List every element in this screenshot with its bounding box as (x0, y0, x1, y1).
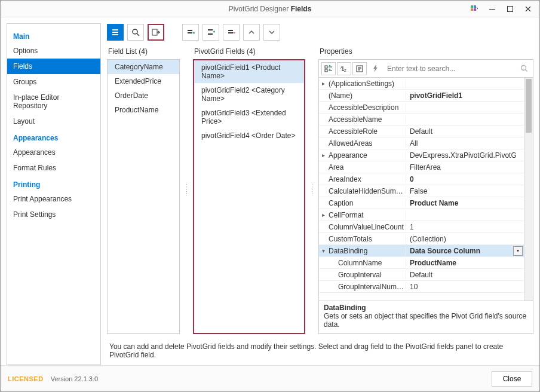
sidebar-item[interactable]: Appearances (7, 145, 100, 160)
property-value[interactable]: Data Source Column (406, 247, 513, 255)
svg-text:Z: Z (344, 69, 346, 72)
close-window-button[interactable] (519, 2, 537, 16)
insert-field-button[interactable] (202, 24, 219, 41)
property-row[interactable]: CaptionProduct Name (319, 197, 524, 209)
grid-menu-icon[interactable] (465, 2, 483, 16)
property-value[interactable]: FilterArea (406, 163, 524, 172)
property-desc-title: DataBinding (324, 304, 528, 312)
property-name: Area (327, 163, 406, 172)
events-button[interactable] (368, 62, 382, 75)
add-field-button[interactable] (182, 24, 199, 41)
property-value[interactable]: 10 (406, 283, 524, 291)
expand-icon[interactable]: ▸ (319, 80, 327, 87)
property-value[interactable]: 1 (406, 223, 524, 231)
categorized-button[interactable] (321, 62, 336, 75)
property-grid[interactable]: ▸(ApplicationSettings)(Name)pivotGridFie… (319, 78, 524, 301)
list-item[interactable]: pivotGridField3 <Extended Price> (194, 106, 304, 128)
property-row[interactable]: CustomTotals(Collection) (319, 233, 524, 245)
dropdown-icon[interactable]: ▾ (513, 246, 523, 256)
sidebar-item[interactable]: Fields (7, 59, 100, 74)
move-up-button[interactable] (243, 24, 260, 41)
expand-icon[interactable]: ▸ (319, 212, 327, 218)
close-button[interactable]: Close (492, 371, 532, 387)
property-row[interactable]: AccessibleRoleDefault (319, 125, 524, 137)
property-row[interactable]: (Name)pivotGridField1 (319, 90, 524, 102)
property-desc-text: Gets or sets an object that specifies th… (324, 312, 528, 329)
property-name: AllowedAreas (327, 139, 406, 148)
property-row[interactable]: GroupIntervalNumericRa10 (319, 281, 524, 293)
property-row[interactable]: ▸(ApplicationSettings) (319, 78, 524, 90)
property-value[interactable]: ProductName (406, 259, 524, 267)
pivot-fields-list[interactable]: pivotGridField1 <Product Name>pivotGridF… (193, 59, 305, 334)
sidebar-item[interactable]: Print Appearances (7, 191, 100, 207)
property-value[interactable]: 0 (406, 175, 524, 183)
expand-icon[interactable]: ▾ (319, 247, 327, 254)
property-row[interactable]: CalculateHiddenSummariesFalse (319, 185, 524, 197)
property-row[interactable]: ColumnNameProductName (319, 257, 524, 269)
hint-text: You can add and delete PivotGrid fields … (107, 334, 533, 365)
retrieve-fields-button[interactable] (148, 24, 164, 41)
property-name: AccessibleDescription (327, 103, 406, 112)
search-button[interactable] (127, 24, 144, 41)
field-list-label: Field List (4) (107, 45, 180, 59)
field-list[interactable]: CategoryNameExtendedPriceOrderDateProduc… (107, 59, 180, 334)
sidebar-item[interactable]: Print Settings (7, 207, 100, 222)
list-item[interactable]: CategoryName (108, 60, 179, 74)
property-name: ColumnValueLineCount (327, 223, 406, 231)
view-list-button[interactable] (107, 24, 124, 41)
move-down-button[interactable] (263, 24, 280, 41)
list-item[interactable]: ExtendedPrice (108, 74, 179, 88)
list-item[interactable]: OrderDate (108, 88, 179, 103)
window-title-prefix: PivotGrid Designer (229, 5, 291, 13)
svg-rect-14 (208, 33, 213, 35)
property-name: GroupInterval (327, 271, 406, 279)
scrollbar-thumb[interactable] (526, 79, 532, 133)
sidebar-item[interactable]: Format Rules (7, 160, 100, 176)
alphabetical-button[interactable]: AZ (337, 62, 351, 75)
sidebar: MainOptionsFieldsGroupsIn-place Editor R… (7, 23, 101, 365)
property-row[interactable]: ▸CellFormat (319, 209, 524, 221)
property-row[interactable]: AccessibleDescription (319, 102, 524, 114)
property-value[interactable]: (Collection) (406, 235, 524, 243)
property-row[interactable]: ▾DataBindingData Source Column▾ (319, 245, 524, 257)
property-value[interactable]: All (406, 139, 524, 148)
property-row[interactable]: ▸AppearanceDevExpress.XtraPivotGrid.Pivo… (319, 149, 524, 161)
property-value[interactable]: False (406, 187, 524, 195)
property-value[interactable]: Default (406, 127, 524, 136)
property-scrollbar[interactable] (524, 78, 533, 301)
property-value[interactable]: Default (406, 271, 524, 279)
sidebar-item[interactable]: In-place Editor Repository (7, 90, 100, 114)
list-item[interactable]: ProductName (108, 103, 179, 117)
sidebar-item[interactable]: Groups (7, 74, 100, 90)
svg-rect-3 (474, 8, 476, 11)
sidebar-item[interactable]: Layout (7, 114, 100, 129)
sidebar-item[interactable]: Options (7, 43, 100, 59)
property-page-button[interactable] (352, 62, 367, 75)
property-row[interactable]: AllowedAreasAll (319, 137, 524, 149)
splitter-2[interactable] (310, 45, 314, 334)
svg-rect-7 (112, 32, 118, 33)
property-row[interactable]: AccessibleName (319, 114, 524, 125)
list-item[interactable]: pivotGridField2 <Category Name> (194, 83, 304, 106)
property-row[interactable]: GroupIntervalDefault (319, 269, 524, 281)
expand-icon[interactable]: ▸ (319, 152, 327, 158)
property-name: DataBinding (327, 247, 406, 255)
property-search-input[interactable] (383, 62, 519, 75)
property-value[interactable]: Product Name (406, 199, 524, 207)
list-item[interactable]: pivotGridField4 <Order Date> (194, 128, 304, 143)
property-name: CalculateHiddenSummaries (327, 187, 406, 195)
maximize-button[interactable] (501, 2, 519, 16)
property-row[interactable]: ColumnValueLineCount1 (319, 221, 524, 233)
splitter-1[interactable] (185, 45, 188, 334)
svg-rect-8 (112, 34, 118, 35)
minimize-button[interactable] (483, 2, 501, 16)
property-row[interactable]: AreaFilterArea (319, 161, 524, 173)
property-row[interactable]: AreaIndex0 (319, 173, 524, 185)
pivot-fields-panel: PivotGrid Fields (4) pivotGridField1 <Pr… (193, 45, 305, 334)
property-value[interactable]: DevExpress.XtraPivotGrid.PivotG (406, 151, 524, 160)
property-name: AccessibleRole (327, 127, 406, 136)
properties-label: Properties (318, 45, 533, 59)
remove-field-button[interactable] (223, 24, 240, 41)
property-value[interactable]: pivotGridField1 (406, 91, 524, 100)
list-item[interactable]: pivotGridField1 <Product Name> (194, 60, 304, 83)
